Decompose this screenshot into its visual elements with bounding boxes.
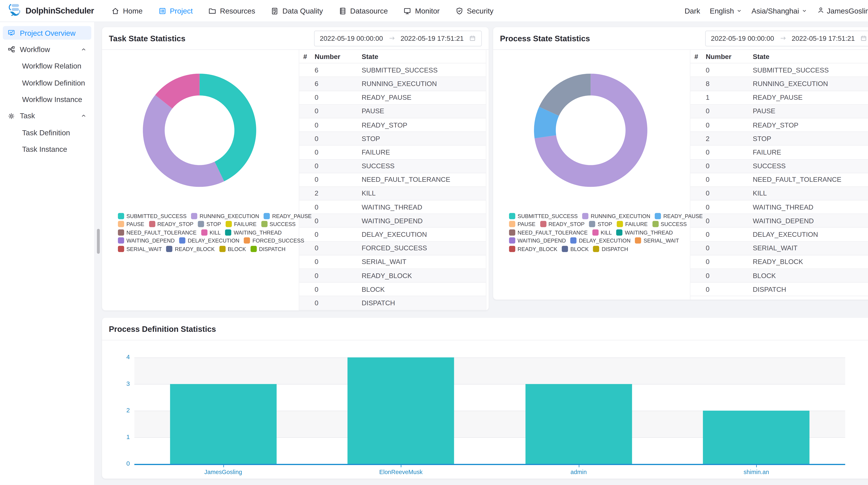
cell-state: READY_BLOCK: [753, 258, 868, 266]
legend-item-block[interactable]: BLOCK: [562, 246, 589, 252]
legend-item-ready-block[interactable]: READY_BLOCK: [509, 246, 557, 252]
date-end: 2022-05-19 17:51:21: [401, 34, 464, 42]
timezone-select[interactable]: Asia/Shanghai: [751, 7, 807, 15]
monitor-icon: [403, 7, 412, 15]
legend-label: PAUSE: [126, 221, 144, 227]
legend-item-waiting-depend[interactable]: WAITING_DEPEND: [509, 237, 566, 244]
sidebar-item-workflow-instance[interactable]: Workflow Instance: [3, 93, 91, 106]
cell-state: DISPATCH: [362, 299, 486, 307]
legend-item-waiting-thread[interactable]: WAITING_THREAD: [616, 229, 673, 235]
cell-state: NEED_FAULT_TOLERANCE: [753, 176, 868, 184]
bar-admin: [525, 384, 632, 464]
legend-label: WAITING_DEPEND: [518, 237, 566, 244]
legend-item-dispatch[interactable]: DISPATCH: [593, 246, 628, 252]
legend-item-kill[interactable]: KILL: [592, 229, 612, 235]
table-row-forced-success: 0FORCED_SUCCESS: [299, 241, 486, 255]
cell-state: READY_PAUSE: [362, 94, 486, 101]
legend-item-submitted-success[interactable]: SUBMITTED_SUCCESS: [118, 213, 186, 219]
nav-item-resources[interactable]: Resources: [208, 7, 255, 15]
bar-elonreevemusk: [347, 357, 454, 464]
legend-swatch: [592, 229, 598, 235]
legend-item-pause[interactable]: PAUSE: [118, 221, 144, 227]
legend-item-forced-success[interactable]: FORCED_SUCCESS: [244, 237, 304, 244]
legend-item-waiting-depend[interactable]: WAITING_DEPEND: [118, 237, 175, 244]
legend-item-delay-execution[interactable]: DELAY_EXECUTION: [570, 237, 630, 244]
cell-number: 0: [706, 148, 753, 156]
theme-toggle-button[interactable]: Dark: [684, 7, 700, 15]
legend-label: DISPATCH: [602, 246, 628, 252]
nav-item-datasource[interactable]: Datasource: [338, 7, 388, 15]
cell-number: 0: [706, 203, 753, 211]
security-icon: [455, 7, 464, 15]
legend-item-ready-pause[interactable]: READY_PAUSE: [655, 213, 703, 219]
legend-item-delay-execution[interactable]: DELAY_EXECUTION: [179, 237, 239, 244]
legend-item-dispatch[interactable]: DISPATCH: [250, 246, 285, 252]
nav-item-security[interactable]: Security: [455, 7, 494, 15]
legend-item-failure[interactable]: FAILURE: [225, 221, 256, 227]
sidebar-item-label: Workflow: [20, 45, 50, 54]
legend-swatch: [264, 213, 270, 219]
sidebar-item-label: Project Overview: [20, 29, 75, 37]
legend-label: FAILURE: [625, 221, 648, 227]
legend-item-ready-stop[interactable]: READY_STOP: [540, 221, 585, 227]
date-range-picker[interactable]: 2022-05-19 00:00:00 2022-05-19 17:51:21: [314, 30, 482, 46]
legend-swatch: [562, 246, 568, 252]
legend-row: WAITING_DEPENDDELAY_EXECUTIONSERIAL_WAIT: [509, 237, 703, 244]
brand[interactable]: DolphinScheduler: [7, 3, 94, 19]
sidebar-item-task-definition[interactable]: Task Definition: [3, 126, 91, 139]
legend-label: SUBMITTED_SUCCESS: [126, 213, 186, 219]
legend-swatch: [225, 229, 231, 235]
legend-item-block[interactable]: BLOCK: [219, 246, 246, 252]
cell-state: SUCCESS: [362, 162, 486, 170]
cell-state: READY_STOP: [753, 121, 868, 129]
legend-item-running-execution[interactable]: RUNNING_EXECUTION: [582, 213, 650, 219]
legend-row: PAUSEREADY_STOPSTOPFAILURESUCCESS: [509, 221, 703, 227]
legend-item-pause[interactable]: PAUSE: [509, 221, 535, 227]
legend-item-success[interactable]: SUCCESS: [652, 221, 687, 227]
cell-number: 0: [315, 285, 362, 293]
chevron-up-icon[interactable]: [81, 46, 87, 53]
legend-item-ready-block[interactable]: READY_BLOCK: [166, 246, 215, 252]
sidebar-item-task-instance[interactable]: Task Instance: [3, 142, 91, 156]
legend-item-stop[interactable]: STOP: [198, 221, 221, 227]
sidebar-item-workflow-definition[interactable]: Workflow Definition: [3, 76, 91, 90]
sidebar-item-project-overview[interactable]: Project Overview: [3, 26, 91, 39]
scrollbar-thumb[interactable]: [97, 229, 100, 254]
sidebar-item-workflow[interactable]: Workflow: [3, 43, 91, 56]
legend-item-success[interactable]: SUCCESS: [261, 221, 296, 227]
sidebar-item-workflow-relation[interactable]: Workflow Relation: [3, 59, 91, 73]
sidebar-item-task[interactable]: Task: [3, 109, 91, 123]
nav-item-home[interactable]: Home: [111, 7, 143, 15]
date-range-picker[interactable]: 2022-05-19 00:00:00 2022-05-19 17:51:21: [705, 30, 868, 46]
table-row-running-execution: 6RUNNING_EXECUTION: [299, 77, 486, 91]
nav-item-data-quality[interactable]: Data Quality: [271, 7, 323, 15]
legend-item-submitted-success[interactable]: SUBMITTED_SUCCESS: [509, 213, 578, 219]
legend-item-running-execution[interactable]: RUNNING_EXECUTION: [191, 213, 259, 219]
table-row-stop: 0STOP: [299, 132, 486, 146]
nav-item-project[interactable]: Project: [158, 7, 193, 15]
legend-item-serial-wait[interactable]: SERIAL_WAIT: [118, 246, 162, 252]
legend-item-need-fault-tolerance[interactable]: NEED_FAULT_TOLERANCE: [118, 229, 196, 235]
cell-state: NEED_FAULT_TOLERANCE: [362, 176, 486, 184]
datasource-icon: [338, 7, 347, 15]
legend-item-kill[interactable]: KILL: [201, 229, 221, 235]
legend-item-ready-stop[interactable]: READY_STOP: [149, 221, 193, 227]
chevron-up-icon[interactable]: [81, 113, 87, 119]
legend-item-ready-pause[interactable]: READY_PAUSE: [264, 213, 312, 219]
language-select[interactable]: English: [710, 7, 742, 15]
bar-plot-area: [134, 357, 845, 464]
column-header-state: State: [362, 53, 486, 60]
legend-item-waiting-thread[interactable]: WAITING_THREAD: [225, 229, 282, 235]
nav-item-monitor[interactable]: Monitor: [403, 7, 439, 15]
legend-label: RUNNING_EXECUTION: [199, 213, 259, 219]
cell-state: WAITING_DEPEND: [753, 217, 868, 225]
table-row-dispatch: 0DISPATCH: [690, 283, 868, 296]
legend-item-need-fault-tolerance[interactable]: NEED_FAULT_TOLERANCE: [509, 229, 588, 235]
legend-item-serial-wait[interactable]: SERIAL_WAIT: [635, 237, 679, 244]
cell-state: READY_BLOCK: [362, 272, 486, 280]
legend-item-stop[interactable]: STOP: [589, 221, 612, 227]
cell-number: 0: [315, 217, 362, 225]
user-menu[interactable]: JamesGosling: [817, 6, 868, 15]
legend-item-failure[interactable]: FAILURE: [617, 221, 648, 227]
cell-number: 0: [315, 176, 362, 184]
